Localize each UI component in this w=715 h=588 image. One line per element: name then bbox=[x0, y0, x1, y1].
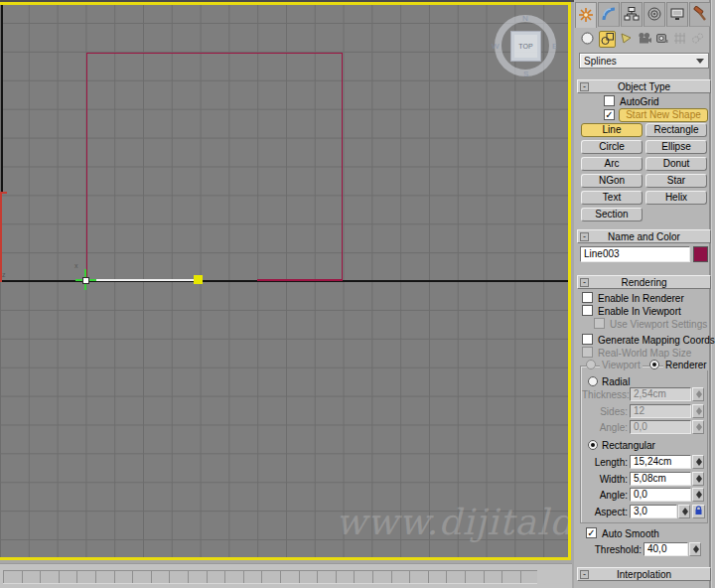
renderer-radio[interactable] bbox=[649, 360, 659, 369]
start-new-shape-button[interactable]: Start New Shape bbox=[619, 108, 708, 122]
aspect-lock-button[interactable] bbox=[692, 505, 705, 518]
viewcube-north[interactable]: N bbox=[522, 14, 528, 23]
line-button[interactable]: Line bbox=[581, 123, 643, 137]
text-button[interactable]: Text bbox=[581, 191, 643, 205]
enable-in-renderer-checkbox[interactable] bbox=[582, 292, 593, 303]
spline-rectangle[interactable] bbox=[86, 53, 343, 281]
threshold-field[interactable]: 40,0 bbox=[644, 542, 688, 556]
autogrid-label: AutoGrid bbox=[620, 96, 658, 107]
enable-in-viewport-label: Enable In Viewport bbox=[598, 306, 681, 317]
real-world-checkbox[interactable] bbox=[582, 347, 593, 358]
rollout-name-color[interactable]: - Name and Color bbox=[577, 229, 711, 243]
object-color-swatch[interactable] bbox=[693, 246, 708, 262]
track-bar-ticks[interactable] bbox=[3, 570, 537, 584]
aspect-label: Aspect: bbox=[582, 507, 628, 517]
first-vertex-marker[interactable] bbox=[82, 277, 89, 284]
collapse-icon[interactable]: - bbox=[580, 570, 589, 579]
length-label: Length: bbox=[582, 457, 628, 468]
collapse-icon[interactable]: - bbox=[580, 232, 589, 241]
angle-spinner[interactable] bbox=[692, 420, 704, 434]
category-helpers[interactable] bbox=[653, 31, 670, 48]
start-new-shape-checkbox[interactable]: ✓ bbox=[604, 109, 615, 120]
tab-modify[interactable] bbox=[598, 2, 620, 27]
viewcube-top-face[interactable]: TOP bbox=[510, 31, 541, 62]
generate-mapping-label: Generate Mapping Coords. bbox=[598, 335, 715, 346]
real-world-label: Real-World Map Size bbox=[598, 348, 691, 359]
thickness-spinner[interactable] bbox=[692, 387, 704, 401]
radial-radio[interactable] bbox=[588, 376, 598, 386]
category-cameras[interactable] bbox=[636, 31, 652, 48]
line-vertex-marker[interactable] bbox=[194, 275, 203, 284]
section-button[interactable]: Section bbox=[581, 208, 643, 221]
viewport-radio[interactable] bbox=[586, 360, 596, 369]
angle-label: Angle: bbox=[582, 422, 628, 433]
rectangular-radio-label: Rectangular bbox=[602, 440, 655, 451]
tab-create[interactable] bbox=[575, 2, 597, 28]
category-space-warps[interactable] bbox=[671, 31, 688, 48]
top-viewport[interactable]: x z TOP N S W E www.dijitalde bbox=[0, 2, 571, 560]
star-button[interactable]: Star bbox=[645, 174, 707, 188]
rollout-interpolation[interactable]: - Interpolation bbox=[577, 567, 711, 581]
check-icon: ✓ bbox=[605, 109, 613, 120]
threshold-label: Threshold: bbox=[592, 544, 642, 555]
rectangular-radio[interactable] bbox=[588, 440, 598, 450]
category-lights[interactable] bbox=[618, 31, 635, 48]
angle2-spinner[interactable] bbox=[692, 488, 704, 502]
length-spinner[interactable] bbox=[692, 455, 704, 469]
lock-icon bbox=[694, 506, 703, 517]
line-in-progress bbox=[86, 279, 198, 281]
category-geometry[interactable] bbox=[579, 31, 596, 48]
sides-field[interactable]: 12 bbox=[630, 404, 691, 418]
shape-category-dropdown[interactable]: Splines bbox=[579, 53, 709, 69]
angle-field[interactable]: 0,0 bbox=[630, 420, 691, 434]
aspect-spinner[interactable] bbox=[678, 505, 690, 518]
category-shapes[interactable] bbox=[599, 31, 616, 48]
tab-utilities[interactable] bbox=[689, 2, 711, 27]
sides-spinner[interactable] bbox=[692, 404, 704, 418]
rollout-title: Object Type bbox=[618, 81, 670, 92]
axis-label-z: z bbox=[2, 271, 6, 278]
rollout-title: Name and Color bbox=[608, 231, 680, 242]
viewcube-south[interactable]: S bbox=[523, 70, 528, 78]
width-field[interactable]: 5,08cm bbox=[630, 472, 691, 486]
ngon-button[interactable]: NGon bbox=[581, 174, 643, 188]
offscreen-shape-edge bbox=[0, 192, 2, 282]
enable-in-viewport-checkbox[interactable] bbox=[582, 305, 593, 316]
donut-button[interactable]: Donut bbox=[645, 157, 707, 171]
object-name-field[interactable]: Line003 bbox=[580, 246, 690, 262]
angle2-field[interactable]: 0,0 bbox=[630, 488, 691, 502]
width-spinner[interactable] bbox=[692, 472, 704, 486]
tab-motion[interactable] bbox=[644, 2, 665, 27]
rollout-title: Rendering bbox=[621, 277, 666, 288]
use-viewport-settings-checkbox[interactable] bbox=[594, 318, 605, 329]
threshold-spinner[interactable] bbox=[689, 542, 701, 556]
autogrid-checkbox[interactable] bbox=[604, 95, 615, 106]
collapse-icon[interactable]: - bbox=[580, 278, 589, 287]
arc-button[interactable]: Arc bbox=[581, 157, 643, 171]
tab-hierarchy[interactable] bbox=[621, 2, 643, 27]
thickness-field[interactable]: 2,54cm bbox=[630, 387, 691, 401]
geometry-sphere-icon bbox=[581, 32, 594, 47]
collapse-icon[interactable]: - bbox=[580, 82, 589, 91]
viewcube-west[interactable]: W bbox=[492, 42, 500, 51]
viewcube-east[interactable]: E bbox=[552, 42, 557, 51]
viewport-radio-label: Viewport bbox=[600, 360, 643, 370]
auto-smooth-label: Auto Smooth bbox=[602, 528, 659, 539]
viewport-grid[interactable]: x z TOP N S W E www.dijitalde bbox=[0, 5, 568, 557]
generate-mapping-checkbox[interactable] bbox=[582, 334, 593, 345]
spline-rectangle-bottom-edge bbox=[257, 279, 343, 281]
circle-button[interactable]: Circle bbox=[581, 140, 643, 154]
helix-button[interactable]: Helix bbox=[645, 191, 707, 205]
enable-in-renderer-label: Enable In Renderer bbox=[598, 293, 684, 304]
length-field[interactable]: 15,24cm bbox=[630, 455, 691, 469]
aspect-field[interactable]: 3,0 bbox=[630, 505, 677, 518]
rollout-object-type[interactable]: - Object Type bbox=[577, 79, 711, 93]
ellipse-button[interactable]: Ellipse bbox=[645, 140, 707, 154]
rectangle-button[interactable]: Rectangle bbox=[645, 123, 707, 137]
rollout-rendering[interactable]: - Rendering bbox=[577, 275, 711, 289]
category-systems[interactable] bbox=[689, 31, 706, 48]
create-icon bbox=[578, 7, 594, 25]
track-bar[interactable] bbox=[0, 563, 572, 588]
auto-smooth-checkbox[interactable]: ✓ bbox=[586, 527, 597, 538]
tab-display[interactable] bbox=[666, 2, 688, 27]
